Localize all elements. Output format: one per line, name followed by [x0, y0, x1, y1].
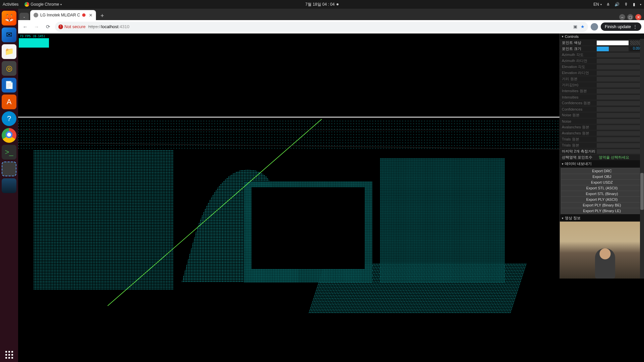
clock[interactable]: 7월 18일 04 : 04: [305, 2, 338, 7]
app-menu-label: Google Chrome: [31, 2, 59, 7]
controls-title: Controls: [565, 35, 579, 39]
window-maximize-button[interactable]: ▢: [627, 14, 633, 20]
controls-panel: ▾Controls 포인트 색상포인트 크기0.059Azimuth 각도Azi…: [559, 34, 644, 279]
chevron-down-icon: ▾: [562, 217, 564, 220]
bookmark-star-icon[interactable]: ★: [581, 24, 585, 29]
control-label: Trials 원본: [562, 137, 597, 142]
control-row: 거리 원본: [560, 76, 644, 82]
export-button[interactable]: Export PLY (ASCII): [561, 196, 643, 202]
not-secure-chip[interactable]: ! Not secure: [58, 24, 86, 29]
panel-scrollbar-track[interactable]: [640, 39, 644, 279]
export-button[interactable]: Export STL (ASCII): [561, 185, 643, 191]
nav-back-button[interactable]: ←: [21, 22, 30, 31]
control-row: Azimuth 각도: [560, 52, 644, 58]
dock-software[interactable]: A: [2, 95, 16, 109]
export-title: 데이터 내보내기: [565, 161, 592, 166]
control-label: 선택영역 포인트수: [562, 155, 597, 160]
dock-show-apps[interactable]: [5, 351, 13, 359]
control-row[interactable]: 포인트 색상: [560, 40, 644, 46]
dock-thunderbird[interactable]: ✉: [2, 27, 16, 42]
control-row[interactable]: 포인트 크기0.059: [560, 46, 644, 52]
volume-icon[interactable]: 🔊: [614, 2, 620, 7]
control-field: [597, 107, 642, 112]
notification-dot-icon: [337, 3, 339, 5]
fps-meter: 73 FPS (0-145): [19, 34, 49, 48]
dock-help[interactable]: ?: [2, 111, 16, 126]
fps-graph: [19, 38, 49, 48]
control-label: Elevation 각도: [562, 64, 597, 69]
controls-header[interactable]: ▾Controls: [560, 34, 644, 40]
export-button[interactable]: Export OBJ: [561, 174, 643, 180]
video-section-header[interactable]: ▾영상 정보: [560, 215, 644, 222]
control-value: 영역을 선택하세요: [597, 155, 642, 160]
chevron-down-icon[interactable]: ▾: [640, 3, 641, 6]
window-close-button[interactable]: ✕: [635, 14, 641, 20]
camera-indicator-icon[interactable]: ▣: [573, 24, 577, 29]
dock-firefox[interactable]: 🦊: [2, 11, 16, 25]
dock-libreoffice[interactable]: 📄: [2, 78, 16, 93]
app-menu[interactable]: Google Chrome ▾: [24, 2, 62, 7]
microphone-icon[interactable]: 🎙: [624, 2, 628, 7]
chrome-tabstrip: ⌄ LG Innotek MLiDAR C ✕ + – ▢ ✕: [18, 9, 644, 20]
export-button[interactable]: Export STL (Binary): [561, 191, 643, 197]
tab-search-button[interactable]: ⌄: [19, 13, 29, 20]
chevron-down-icon: ▾: [600, 3, 602, 6]
dock-rhythmbox[interactable]: ◎: [2, 61, 16, 76]
new-tab-button[interactable]: +: [98, 11, 107, 20]
export-section-header[interactable]: ▾데이터 내보내기: [560, 160, 644, 167]
chevron-down-icon: ▾: [562, 162, 564, 166]
network-icon[interactable]: ⋔: [606, 2, 610, 7]
dock-image[interactable]: [2, 178, 16, 193]
control-row: Confidences: [560, 106, 644, 112]
control-field[interactable]: [597, 149, 642, 154]
control-field: [597, 89, 642, 94]
dock-files[interactable]: 📁: [2, 44, 16, 59]
control-field: [597, 59, 642, 63]
gnome-top-bar: Activities Google Chrome ▾ 7월 18일 04 : 0…: [0, 0, 644, 9]
control-row: Intensities: [560, 94, 644, 100]
profile-avatar[interactable]: [591, 23, 598, 31]
control-row: Noise 원본: [560, 112, 644, 118]
activities-button[interactable]: Activities: [3, 2, 18, 7]
control-field: [597, 137, 642, 142]
panel-scrollbar-thumb[interactable]: [640, 173, 644, 210]
battery-icon[interactable]: ▮: [633, 2, 635, 7]
nav-forward-button[interactable]: →: [32, 22, 41, 31]
dock-chrome[interactable]: [2, 128, 16, 143]
control-row[interactable]: 마지막 2개 측정거리: [560, 148, 644, 154]
control-label: Noise 원본: [562, 113, 597, 118]
dock-screenshot[interactable]: [2, 162, 16, 176]
browser-tab[interactable]: LG Innotek MLiDAR C ✕: [30, 10, 96, 20]
url-text: https://localhost:4310: [88, 24, 129, 29]
camera-feed-person: [595, 248, 615, 279]
nav-reload-button[interactable]: ⟳: [44, 22, 52, 31]
export-button[interactable]: Export USDZ: [561, 179, 643, 185]
export-button[interactable]: Export PLY (Binary BE): [561, 202, 643, 208]
control-label: 거리값(m): [562, 82, 597, 87]
control-row[interactable]: 선택영역 포인트수영역을 선택하세요: [560, 154, 644, 160]
window-minimize-button[interactable]: –: [619, 14, 625, 20]
color-swatch[interactable]: [597, 41, 629, 45]
omnibox[interactable]: ! Not secure https://localhost:4310 ▣ ★: [55, 22, 588, 32]
control-field: [597, 113, 642, 118]
control-field: [597, 101, 642, 106]
control-label: Elevation 라디언: [562, 70, 597, 75]
pointcloud-canvas[interactable]: [18, 34, 644, 321]
control-field: [597, 119, 642, 124]
control-label: Azimuth 각도: [562, 52, 597, 57]
finish-update-button[interactable]: Finish update ⋮: [601, 22, 641, 31]
language-indicator[interactable]: EN▾: [593, 2, 602, 7]
export-button[interactable]: Export DRC: [561, 168, 643, 174]
slider-track[interactable]: [597, 47, 629, 51]
control-row: Azimuth 라디언: [560, 58, 644, 64]
svg-rect-7: [34, 150, 174, 290]
control-row: Trials 원본: [560, 142, 644, 148]
control-label: Intensities: [562, 95, 597, 99]
kebab-icon: ⋮: [633, 24, 637, 29]
export-button[interactable]: Export PLY (Binary LE): [561, 208, 643, 214]
lidar-viewport[interactable]: 73 FPS (0-145) ▾Controls 포인트 색상포인트 크기0.0…: [18, 34, 644, 362]
dock-terminal[interactable]: >_: [2, 145, 16, 160]
tab-close-button[interactable]: ✕: [89, 13, 93, 18]
lang-label: EN: [593, 2, 599, 7]
chrome-mini-icon: [24, 2, 29, 7]
